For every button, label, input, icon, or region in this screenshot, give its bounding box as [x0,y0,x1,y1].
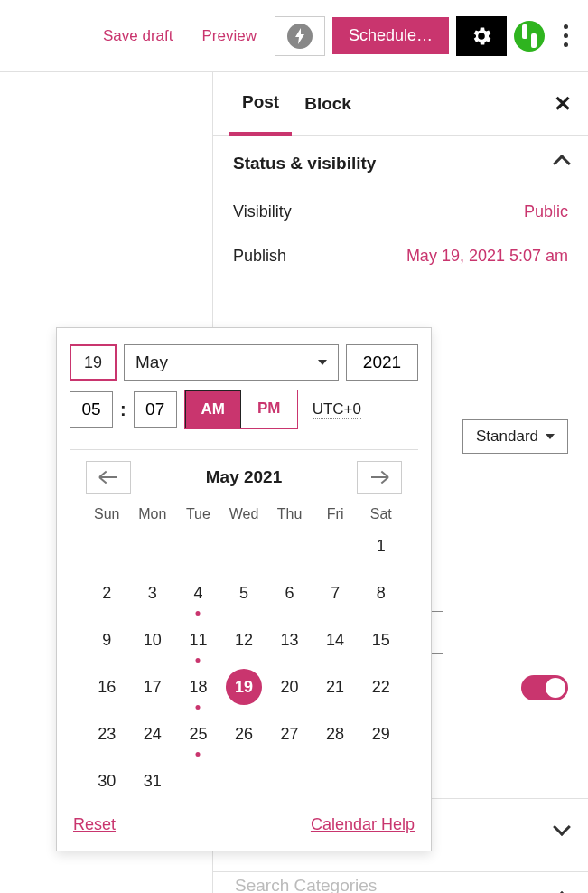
gear-icon [470,24,493,48]
calendar-day[interactable]: 13 [266,622,313,658]
calendar-day[interactable]: 15 [358,622,404,658]
publish-value[interactable]: May 19, 2021 5:07 am [406,247,568,266]
calendar-day[interactable]: 29 [358,716,404,752]
calendar-day[interactable]: 7 [313,575,359,611]
schedule-datepicker: May : AM PM UTC+0 May 2021 SunMonTueWedT… [56,327,432,851]
day-input[interactable] [70,344,117,381]
settings-button[interactable] [456,16,507,56]
preview-button[interactable]: Preview [191,22,266,51]
calendar-day[interactable]: 18 [175,669,221,705]
calendar-day[interactable]: 27 [266,716,313,752]
calendar-day[interactable]: 22 [358,669,404,705]
lightning-icon [287,24,313,49]
editor-toolbar: Save draft Preview Schedule… [0,0,588,72]
calendar-day[interactable]: 9 [84,622,130,658]
next-month-button[interactable] [357,461,402,494]
jetpack-icon[interactable] [514,21,545,52]
arrow-left-icon [100,476,117,478]
calendar-day[interactable]: 11 [175,622,221,658]
calendar-day[interactable]: 12 [221,622,267,658]
publish-label: Publish [233,247,286,266]
hour-input[interactable] [70,391,113,428]
save-draft-button[interactable]: Save draft [92,22,184,51]
timezone-label[interactable]: UTC+0 [313,400,361,419]
toggle-switch[interactable] [521,675,568,700]
year-input[interactable] [346,344,418,381]
calendar-day[interactable]: 23 [84,716,130,752]
calendar-day[interactable]: 6 [266,575,313,611]
amp-preview-button[interactable] [275,16,325,56]
visibility-label: Visibility [233,202,292,221]
calendar-title: May 2021 [206,467,283,487]
calendar-day[interactable]: 25 [175,716,221,752]
visibility-value[interactable]: Public [524,202,568,221]
sidebar-tabs: Post Block ✕ [213,72,588,136]
weekday-label: Wed [221,506,267,522]
divider [70,449,418,450]
weekday-label: Thu [266,506,313,522]
weekday-label: Tue [175,506,221,522]
calendar-day[interactable]: 16 [84,669,130,705]
calendar-help-link[interactable]: Calendar Help [311,815,415,834]
calendar-day[interactable]: 14 [313,622,359,658]
weekday-label: Sat [358,506,404,522]
calendar-day[interactable]: 19 [226,669,262,705]
calendar-day[interactable]: 30 [84,763,130,799]
calendar-day[interactable]: 20 [266,669,313,705]
calendar-day[interactable]: 10 [130,622,176,658]
calendar-day[interactable]: 24 [130,716,176,752]
chevron-down-icon [318,360,327,365]
format-value: Standard [476,428,538,446]
reset-link[interactable]: Reset [73,815,116,834]
chevron-down-icon [553,818,571,836]
ampm-toggle: AM PM [184,390,298,429]
calendar-day[interactable]: 31 [130,763,176,799]
calendar-day[interactable]: 1 [358,528,404,564]
minute-input[interactable] [134,391,177,428]
calendar-day[interactable]: 2 [84,575,130,611]
weekday-label: Fri [313,506,359,522]
post-format-select[interactable]: Standard [462,419,568,454]
month-select[interactable]: May [124,344,339,381]
calendar-day[interactable]: 26 [221,716,267,752]
calendar-day[interactable]: 28 [313,716,359,752]
schedule-button[interactable]: Schedule… [332,17,449,54]
status-visibility-section: Status & visibility Visibility Public Pu… [213,136,588,296]
calendar-day[interactable]: 17 [130,669,176,705]
search-categories-text: Search Categories [235,876,377,893]
weekday-label: Mon [130,506,176,522]
prev-month-button[interactable] [86,461,131,494]
pm-button[interactable]: PM [241,390,297,428]
calendar-day[interactable]: 21 [313,669,359,705]
chevron-down-icon [546,434,555,439]
chevron-up-icon[interactable] [553,155,571,173]
calendar-day[interactable]: 4 [175,575,221,611]
am-button[interactable]: AM [185,390,241,428]
tab-post[interactable]: Post [229,72,292,136]
weekday-label: Sun [84,506,130,522]
calendar-day[interactable]: 3 [130,575,176,611]
calendar-day[interactable]: 8 [358,575,404,611]
calendar-day[interactable]: 5 [221,575,267,611]
time-colon: : [120,400,126,420]
more-options-button[interactable] [552,24,579,47]
tab-block[interactable]: Block [292,74,364,134]
section-title: Status & visibility [233,154,376,174]
month-value: May [135,352,168,372]
close-sidebar-button[interactable]: ✕ [554,91,572,117]
calendar-grid: 1234567891011121314151617181920212223242… [70,522,418,808]
weekday-header: SunMonTueWedThuFriSat [70,506,418,522]
arrow-right-icon [371,476,387,478]
